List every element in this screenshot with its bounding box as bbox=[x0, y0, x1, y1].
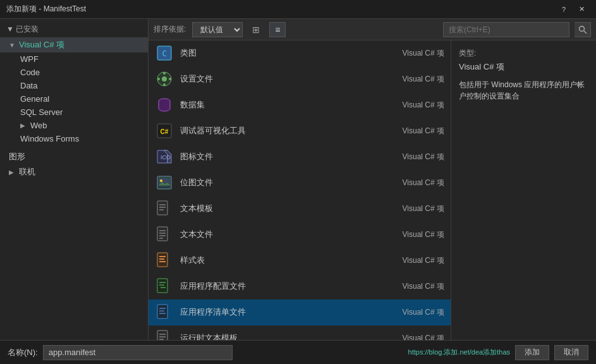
sidebar-item-label: WPF bbox=[20, 54, 39, 64]
add-button[interactable]: 添加 bbox=[515, 345, 549, 360]
sidebar-item-label: General bbox=[20, 94, 49, 104]
type-label: 类型: bbox=[459, 48, 588, 59]
sidebar-item-visual-csharp[interactable]: ▼ Visual C# 项 bbox=[0, 37, 148, 52]
list-item[interactable]: 运行时文本模板 Visual C# 项 bbox=[149, 325, 451, 340]
list-view-button[interactable]: ≡ bbox=[269, 22, 286, 37]
svg-rect-23 bbox=[157, 227, 167, 241]
list-item[interactable]: C# 调试器可视化工具 Visual C# 项 bbox=[149, 118, 451, 144]
list-item[interactable]: 样式表 Visual C# 项 bbox=[149, 248, 451, 274]
list-item[interactable]: 数据集 Visual C# 项 bbox=[149, 92, 451, 118]
item-name: 文本文件 bbox=[180, 229, 387, 240]
svg-text:C#: C# bbox=[161, 128, 169, 135]
window-title: 添加新项 - ManifestTest bbox=[6, 4, 86, 15]
cancel-button[interactable]: 取消 bbox=[554, 345, 588, 360]
sidebar-item-sql-server[interactable]: SQL Server bbox=[0, 106, 148, 119]
svg-rect-19 bbox=[157, 201, 167, 215]
list-item[interactable]: 设置文件 Visual C# 项 bbox=[149, 66, 451, 92]
type-value: Visual C# 项 bbox=[459, 61, 588, 73]
svg-point-18 bbox=[160, 179, 162, 182]
installed-label: ▼ 已安装 bbox=[0, 19, 148, 37]
installed-section-arrow: ▼ bbox=[6, 25, 16, 33]
title-bar: 添加新项 - ManifestTest ? ✕ bbox=[0, 0, 596, 19]
item-icon bbox=[155, 225, 174, 244]
sidebar-item-label: SQL Server bbox=[20, 107, 63, 117]
item-name: 文本模板 bbox=[180, 203, 387, 214]
item-name: 运行时文本模板 bbox=[180, 332, 387, 340]
svg-rect-36 bbox=[157, 305, 167, 318]
item-category: Visual C# 项 bbox=[394, 333, 444, 341]
svg-text:ICO: ICO bbox=[161, 154, 171, 161]
sidebar-item-label: Visual C# 项 bbox=[19, 39, 64, 51]
sidebar-item-graphics[interactable]: 图形 bbox=[0, 149, 148, 164]
sidebar-item-label: Code bbox=[20, 68, 40, 77]
item-category: Visual C# 项 bbox=[394, 229, 444, 240]
item-category: Visual C# 项 bbox=[394, 255, 444, 266]
item-icon bbox=[155, 199, 174, 218]
item-category: Visual C# 项 bbox=[394, 126, 444, 136]
help-button[interactable]: ? bbox=[556, 3, 572, 16]
sort-dropdown[interactable]: 默认值 bbox=[192, 22, 243, 37]
name-input[interactable] bbox=[43, 345, 233, 360]
item-list: C 类图 Visual C# 项 bbox=[149, 40, 451, 340]
svg-text:C: C bbox=[162, 49, 166, 58]
item-icon bbox=[155, 329, 174, 340]
sidebar-item-data[interactable]: Data bbox=[0, 79, 148, 92]
list-item[interactable]: ICO 图标文件 Visual C# 项 bbox=[149, 144, 451, 170]
item-category: Visual C# 项 bbox=[394, 307, 444, 318]
right-panel: 排序依据: 默认值 ⊞ ≡ bbox=[149, 19, 596, 340]
sidebar-item-code[interactable]: Code bbox=[0, 66, 148, 79]
list-item[interactable]: 位图文件 Visual C# 项 bbox=[149, 170, 451, 196]
sort-label: 排序依据: bbox=[154, 24, 186, 35]
info-panel: 类型: Visual C# 项 包括用于 Windows 应用程序的用户帐户控制… bbox=[451, 40, 596, 340]
item-category: Visual C# 项 bbox=[394, 203, 444, 214]
sidebar-item-label: 图形 bbox=[9, 151, 25, 162]
sidebar-item-online[interactable]: ▶ 联机 bbox=[0, 164, 148, 179]
search-input[interactable] bbox=[443, 22, 569, 37]
item-icon bbox=[155, 251, 174, 270]
sidebar-item-web[interactable]: ▶ Web bbox=[0, 119, 148, 132]
svg-point-7 bbox=[163, 83, 166, 86]
list-item[interactable]: 文本模板 Visual C# 项 bbox=[149, 196, 451, 222]
item-icon: C bbox=[155, 44, 174, 63]
search-button[interactable] bbox=[575, 22, 591, 37]
sidebar-item-wpf[interactable]: WPF bbox=[0, 52, 148, 66]
item-category: Visual C# 项 bbox=[394, 100, 444, 111]
svg-point-0 bbox=[579, 26, 584, 31]
sidebar-item-label: Data bbox=[20, 81, 37, 90]
item-icon bbox=[155, 277, 174, 296]
toolbar: 排序依据: 默认值 ⊞ ≡ bbox=[149, 19, 596, 40]
list-item-manifest[interactable]: 应用程序清单文件 Visual C# 项 bbox=[149, 300, 451, 325]
list-item[interactable]: 文本文件 Visual C# 项 bbox=[149, 222, 451, 248]
content-area: C 类图 Visual C# 项 bbox=[149, 40, 596, 340]
left-panel: ▼ 已安装 ▼ Visual C# 项 WPF Code Data Genera… bbox=[0, 19, 149, 340]
sidebar-item-general[interactable]: General bbox=[0, 92, 148, 106]
list-item[interactable]: C 类图 Visual C# 项 bbox=[149, 40, 451, 66]
item-icon: C# bbox=[155, 121, 174, 140]
svg-rect-40 bbox=[157, 331, 167, 340]
sidebar-item-label: 联机 bbox=[19, 166, 35, 178]
svg-point-6 bbox=[163, 72, 166, 75]
sidebar-item-label: Web bbox=[30, 121, 47, 130]
main-container: ▼ 已安装 ▼ Visual C# 项 WPF Code Data Genera… bbox=[0, 19, 596, 340]
item-category: Visual C# 项 bbox=[394, 281, 444, 292]
item-name: 类图 bbox=[180, 47, 387, 59]
window-controls: ? ✕ bbox=[556, 3, 590, 16]
svg-point-5 bbox=[162, 76, 167, 82]
website-link[interactable]: https://blog.添加.net/dea添加thas bbox=[408, 348, 510, 357]
sidebar-item-label: Windows Forms bbox=[20, 134, 79, 143]
svg-point-9 bbox=[169, 78, 171, 80]
item-icon: ICO bbox=[155, 147, 174, 166]
item-name: 数据集 bbox=[180, 99, 387, 111]
info-description: 包括用于 Windows 应用程序的用户帐户控制的设置集合 bbox=[459, 79, 588, 102]
close-button[interactable]: ✕ bbox=[573, 3, 590, 16]
list-item[interactable]: 应用程序配置文件 Visual C# 项 bbox=[149, 274, 451, 300]
item-name: 位图文件 bbox=[180, 177, 387, 188]
svg-rect-32 bbox=[157, 279, 167, 293]
item-name: 样式表 bbox=[180, 255, 387, 266]
expand-arrow-web-icon: ▶ bbox=[20, 122, 28, 129]
item-category: Visual C# 项 bbox=[394, 152, 444, 162]
item-icon bbox=[155, 70, 174, 88]
item-name: 应用程序清单文件 bbox=[180, 306, 387, 318]
grid-view-button[interactable]: ⊞ bbox=[248, 22, 264, 37]
sidebar-item-windows-forms[interactable]: Windows Forms bbox=[0, 132, 148, 145]
